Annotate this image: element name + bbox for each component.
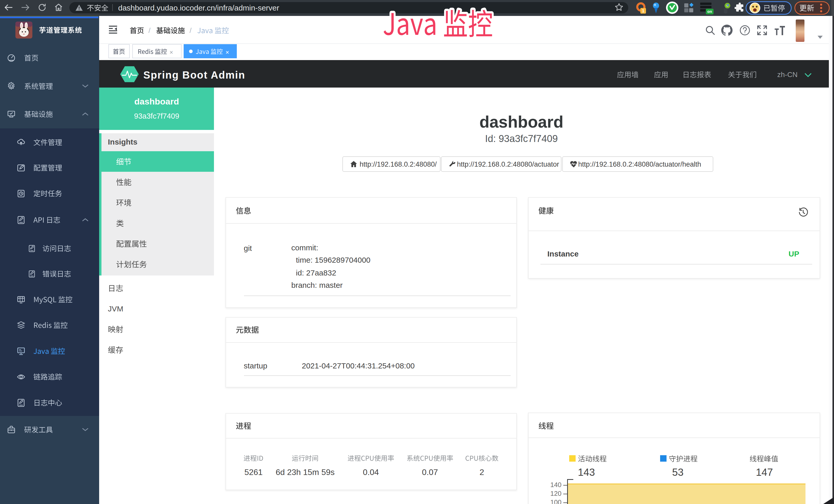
svg-text:1: 1: [642, 9, 644, 13]
svg-text:on: on: [707, 9, 712, 14]
